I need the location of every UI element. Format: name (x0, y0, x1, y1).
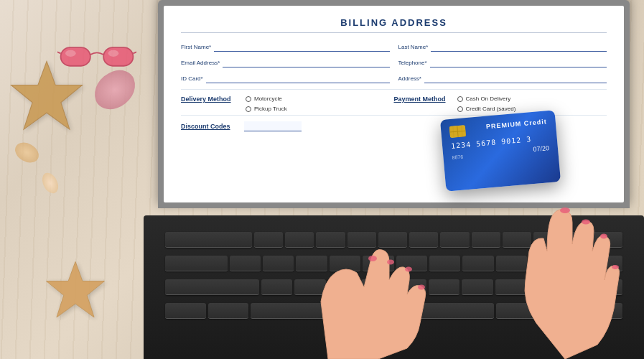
svg-point-17 (560, 208, 570, 213)
email-input[interactable] (223, 57, 389, 67)
radio-motorcycle[interactable] (246, 96, 251, 102)
key-shift-l (165, 279, 259, 295)
svg-rect-3 (103, 47, 133, 66)
payment-option-cash[interactable]: Cash On Delivery (457, 95, 516, 102)
svg-point-11 (418, 285, 425, 290)
card-chip (449, 125, 466, 138)
key-tab (165, 232, 252, 248)
key-ctrl (165, 303, 206, 319)
payment-options: Cash On Delivery Credit Card (saved) (457, 95, 516, 112)
address-input[interactable] (424, 73, 607, 83)
key-s (263, 256, 294, 271)
discount-input[interactable] (244, 121, 302, 131)
key-caps (165, 256, 228, 271)
svg-rect-2 (61, 47, 90, 66)
first-name-input[interactable] (214, 42, 389, 52)
key-i (472, 232, 500, 248)
first-name-field: First Name* (181, 42, 390, 52)
email-label: Email Address* (181, 60, 220, 66)
starfish-bottom-left (43, 258, 101, 316)
card-expiry: 07/20 (533, 144, 549, 153)
svg-marker-0 (47, 262, 105, 317)
discount-label: Discount Codes (181, 123, 238, 130)
svg-point-18 (582, 220, 590, 225)
key-z (261, 279, 293, 295)
radio-truck[interactable] (246, 106, 251, 112)
payment-heading: Payment Method (394, 95, 452, 103)
svg-line-5 (133, 51, 136, 54)
telephone-input[interactable] (430, 57, 607, 67)
form-row-contact: Email Address* Telephone* (181, 57, 607, 67)
telephone-field: Telephone* (398, 57, 607, 67)
svg-point-9 (387, 260, 394, 265)
payment-cash-label: Cash On Delivery (466, 95, 511, 102)
hand-holding-card (508, 180, 622, 359)
svg-point-20 (612, 265, 619, 269)
key-k (462, 256, 493, 271)
svg-point-19 (600, 234, 607, 239)
id-card-label: ID Card* (181, 75, 203, 82)
delivery-option-motorcycle[interactable]: Motorcycle (246, 95, 287, 102)
delivery-option-truck[interactable]: Pickup Truck (246, 106, 287, 112)
form-row-name: First Name* Last Name* (181, 42, 607, 52)
radio-credit[interactable] (457, 106, 463, 112)
delivery-motorcycle-label: Motorcycle (254, 95, 282, 102)
last-name-label: Last Name* (398, 44, 429, 50)
key-m (462, 279, 493, 295)
key-q (254, 232, 283, 248)
delivery-truck-label: Pickup Truck (254, 106, 287, 112)
payment-option-credit[interactable]: Credit Card (saved) (457, 106, 516, 112)
card-code: 8876 (452, 154, 463, 160)
key-w (285, 232, 314, 248)
delivery-options: Motorcycle Pickup Truck (246, 95, 287, 112)
radio-cash[interactable] (457, 96, 463, 102)
svg-point-7 (108, 50, 119, 57)
credit-card: PREMIUM Credit 1234 5678 9012 3 8876 07/… (440, 110, 561, 192)
svg-point-8 (368, 256, 377, 261)
svg-point-10 (405, 267, 412, 272)
payment-section: Payment Method Cash On Delivery Credit C… (394, 95, 607, 112)
address-field: Address* (398, 73, 607, 83)
last-name-input[interactable] (431, 42, 607, 52)
key-u (440, 232, 469, 248)
delivery-heading: Delivery Method (181, 95, 238, 103)
hand-typing (314, 215, 443, 359)
id-card-input[interactable] (206, 73, 390, 83)
form-row-id: ID Card* Address* (181, 73, 607, 83)
last-name-field: Last Name* (398, 42, 607, 52)
delivery-section: Delivery Method Motorcycle Pickup Truck (181, 95, 394, 112)
sunglasses-decoration (57, 36, 129, 72)
svg-point-6 (65, 50, 76, 57)
id-card-field: ID Card* (181, 73, 390, 83)
billing-title: BILLING ADDRESS (181, 17, 607, 33)
key-alt-l (208, 303, 249, 319)
email-field: Email Address* (181, 57, 390, 67)
first-name-label: First Name* (181, 44, 211, 50)
telephone-label: Telephone* (398, 60, 427, 66)
payment-credit-label: Credit Card (saved) (466, 106, 516, 112)
card-brand-title: PREMIUM Credit (486, 118, 548, 130)
key-a (230, 256, 261, 271)
address-label: Address* (398, 75, 421, 82)
scene: BILLING ADDRESS First Name* Last Name* (0, 0, 644, 359)
svg-line-4 (57, 51, 61, 54)
